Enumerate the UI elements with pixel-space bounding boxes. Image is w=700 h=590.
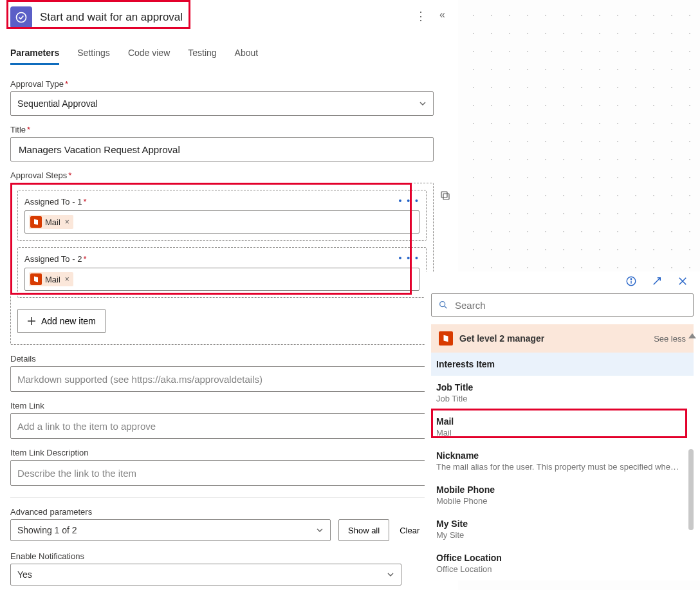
dyn-search-input[interactable] bbox=[454, 299, 686, 311]
chevron-down-icon bbox=[316, 526, 324, 534]
more-icon[interactable]: ⋮ bbox=[415, 9, 427, 23]
svg-rect-2 bbox=[441, 192, 447, 198]
form-body: Approval Type* Sequential Approval Title… bbox=[0, 65, 458, 585]
advanced-select[interactable]: Showing 1 of 2 bbox=[10, 519, 331, 541]
tab-parameters[interactable]: Parameters bbox=[10, 48, 59, 65]
input-item-link-desc[interactable]: Describe the link to the item bbox=[10, 460, 434, 486]
divider bbox=[10, 497, 434, 498]
svg-point-7 bbox=[440, 302, 445, 307]
step-1-label: Assigned To - 1* bbox=[24, 197, 419, 207]
input-item-link[interactable]: Add a link to the item to approve bbox=[10, 413, 434, 439]
step-1-more[interactable]: • • • bbox=[399, 196, 419, 206]
dyn-search[interactable] bbox=[431, 293, 694, 317]
label-approval-steps: Approval Steps* bbox=[10, 171, 448, 180]
token-mail-2[interactable]: Mail × bbox=[29, 272, 73, 286]
panel-header: Start and wait for an approval ⋮ « bbox=[0, 0, 458, 35]
step-item-1: Assigned To - 1* • • • Mail × bbox=[17, 190, 427, 241]
svg-point-6 bbox=[631, 279, 632, 280]
title-field[interactable] bbox=[17, 143, 427, 156]
chevron-down-icon bbox=[419, 100, 427, 107]
panel-title: Start and wait for an approval bbox=[40, 11, 183, 24]
close-icon[interactable] bbox=[677, 275, 688, 287]
svg-line-8 bbox=[445, 306, 447, 308]
label-item-link: Item Link bbox=[10, 401, 448, 410]
tab-testing[interactable]: Testing bbox=[188, 48, 216, 65]
office-icon bbox=[30, 216, 42, 228]
collapse-icon[interactable]: « bbox=[439, 9, 445, 23]
remove-token-icon[interactable]: × bbox=[65, 217, 69, 226]
add-new-item-button[interactable]: Add new item bbox=[17, 309, 106, 333]
label-advanced: Advanced parameters bbox=[10, 507, 448, 517]
scrollbar[interactable] bbox=[688, 449, 694, 530]
token-mail-1[interactable]: Mail × bbox=[29, 215, 73, 229]
dyn-item-mysite[interactable]: My Site My Site bbox=[431, 512, 694, 546]
office-icon bbox=[439, 331, 453, 346]
approval-connector-icon bbox=[10, 6, 32, 28]
dyn-item-mobile[interactable]: Mobile Phone Mobile Phone bbox=[431, 478, 694, 512]
label-title: Title* bbox=[10, 125, 448, 134]
show-all-button[interactable]: Show all bbox=[338, 519, 389, 541]
svg-point-0 bbox=[17, 13, 26, 23]
dynamic-content-panel: Get level 2 manager See less Interests I… bbox=[425, 272, 700, 580]
approval-steps-container: Assigned To - 1* • • • Mail × Assigned T… bbox=[10, 183, 434, 345]
office-icon bbox=[30, 273, 42, 285]
info-icon[interactable] bbox=[625, 275, 637, 287]
step-1-input[interactable]: Mail × bbox=[24, 210, 419, 234]
advanced-row: Showing 1 of 2 Show all Clear bbox=[10, 519, 448, 541]
label-item-link-desc: Item Link Description bbox=[10, 448, 448, 457]
tab-bar: Parameters Settings Code view Testing Ab… bbox=[0, 35, 458, 65]
remove-token-icon[interactable]: × bbox=[65, 275, 69, 284]
label-approval-type: Approval Type* bbox=[10, 79, 448, 89]
see-less-link[interactable]: See less bbox=[654, 334, 686, 344]
input-details[interactable]: Markdown supported (see https://aka.ms/a… bbox=[10, 366, 434, 392]
step-2-more[interactable]: • • • bbox=[399, 253, 419, 263]
tab-settings[interactable]: Settings bbox=[77, 48, 110, 65]
config-panel: Start and wait for an approval ⋮ « Param… bbox=[0, 0, 458, 590]
select-approval-type[interactable]: Sequential Approval bbox=[10, 91, 434, 116]
svg-rect-1 bbox=[443, 194, 449, 199]
step-item-2: Assigned To - 2* • • • Mail × bbox=[17, 247, 427, 298]
plus-icon bbox=[27, 317, 36, 326]
clear-button[interactable]: Clear bbox=[397, 519, 428, 541]
collapse-triangle-icon[interactable] bbox=[688, 333, 696, 338]
dyn-item-nickname[interactable]: Nickname The mail alias for the user. Th… bbox=[431, 444, 694, 478]
chevron-down-icon bbox=[387, 571, 394, 578]
search-icon bbox=[438, 300, 448, 310]
copy-icon[interactable] bbox=[439, 190, 451, 201]
dyn-step-header[interactable]: Get level 2 manager See less bbox=[431, 324, 694, 353]
dyn-item-list: Interests Item Job Title Job Title Mail … bbox=[431, 353, 694, 580]
dyn-item-mail[interactable]: Mail Mail bbox=[431, 410, 694, 444]
expand-icon[interactable] bbox=[651, 275, 663, 287]
step-2-input[interactable]: Mail × bbox=[24, 268, 419, 291]
tab-about[interactable]: About bbox=[235, 48, 259, 65]
input-title[interactable] bbox=[10, 137, 434, 161]
label-details: Details bbox=[10, 354, 448, 364]
tab-code-view[interactable]: Code view bbox=[128, 48, 170, 65]
dyn-header bbox=[425, 272, 700, 293]
select-enable-notifications[interactable]: Yes bbox=[10, 564, 401, 585]
dyn-item-jobtitle[interactable]: Job Title Job Title bbox=[431, 376, 694, 410]
dyn-item-interests[interactable]: Interests Item bbox=[431, 353, 694, 376]
label-enable-notifications: Enable Notifications bbox=[10, 551, 448, 561]
step-2-label: Assigned To - 2* bbox=[24, 254, 419, 264]
dyn-item-office[interactable]: Office Location Office Location bbox=[431, 546, 694, 580]
